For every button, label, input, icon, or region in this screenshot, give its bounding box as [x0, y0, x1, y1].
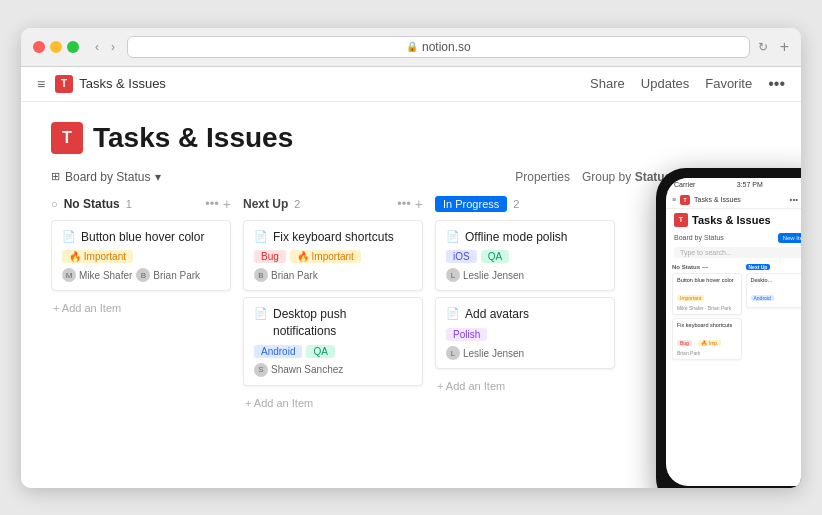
- phone-card-title: Deskto...: [751, 277, 802, 284]
- assignee-brian: B Brian Park: [136, 268, 200, 282]
- minimize-button[interactable]: [50, 41, 62, 53]
- board-icon: ⊞: [51, 170, 60, 183]
- card-desktop-push[interactable]: 📄 Desktop push notifications Android QA …: [243, 297, 423, 386]
- card-title: Offline mode polish: [465, 229, 568, 246]
- card-offline-mode[interactable]: 📄 Offline mode polish iOS QA L Leslie Je…: [435, 220, 615, 292]
- browser-window: ‹ › 🔒 notion.so ↻ + ≡ T Tasks & Issues S…: [21, 28, 801, 488]
- phone-col-header-no-status: No Status —: [672, 264, 742, 270]
- phone-card-1: Button blue hover color Important Mike S…: [672, 273, 742, 315]
- traffic-lights: [33, 41, 79, 53]
- app-name: Tasks & Issues: [79, 76, 590, 91]
- phone-page-icon: T: [674, 213, 688, 227]
- tag-qa: QA: [306, 345, 334, 358]
- assignee-shawn: S Shawn Sanchez: [254, 363, 343, 377]
- phone-screen: Carrier 3:57 PM 🔋 ≡ T Tasks & Issues •••…: [666, 178, 801, 486]
- card-add-avatars[interactable]: 📄 Add avatars Polish L Leslie Jensen: [435, 297, 615, 369]
- tag-important: 🔥 Important: [290, 250, 361, 263]
- avatar: S: [254, 363, 268, 377]
- phone-toolbar-actions: ••• ↑ ✎: [790, 195, 801, 204]
- assignee-mike: M Mike Shafer: [62, 268, 132, 282]
- column-count: 2: [513, 198, 519, 210]
- tag-bug: Bug: [254, 250, 286, 263]
- favorite-button[interactable]: Favorite: [705, 76, 752, 91]
- nav-buttons: ‹ ›: [91, 38, 119, 56]
- phone-new-item-button[interactable]: New Item: [778, 233, 801, 243]
- assignee-leslie: L Leslie Jensen: [446, 268, 524, 282]
- card-title: Desktop push notifications: [273, 306, 412, 340]
- column-count: 2: [294, 198, 300, 210]
- phone-assignees: Mike Shafer · Brian Park: [677, 305, 737, 311]
- column-actions: ••• +: [205, 196, 231, 212]
- card-title: Add avatars: [465, 306, 529, 323]
- app-toolbar: ≡ T Tasks & Issues Share Updates Favorit…: [21, 67, 801, 102]
- card-doc-icon: 📄: [254, 230, 268, 243]
- back-button[interactable]: ‹: [91, 38, 103, 56]
- column-in-progress: In Progress 2 📄 Offline mode polish iOS …: [435, 196, 615, 414]
- tag-ios: iOS: [446, 250, 477, 263]
- forward-button[interactable]: ›: [107, 38, 119, 56]
- add-item-no-status[interactable]: + Add an Item: [51, 297, 231, 319]
- phone-page-header: T Tasks & Issues: [666, 209, 801, 231]
- properties-button[interactable]: Properties: [515, 170, 570, 184]
- updates-button[interactable]: Updates: [641, 76, 689, 91]
- column-title: No Status: [64, 197, 120, 211]
- phone-app-title: Tasks & Issues: [694, 196, 786, 203]
- avatar: M: [62, 268, 76, 282]
- column-icon: ○: [51, 198, 58, 210]
- phone-logo: T: [680, 195, 690, 205]
- new-tab-button[interactable]: +: [780, 38, 789, 56]
- phone-carrier: Carrier: [674, 181, 695, 188]
- share-button[interactable]: Share: [590, 76, 625, 91]
- tag-android: Android: [254, 345, 302, 358]
- assignee-brian: B Brian Park: [254, 268, 318, 282]
- column-actions: ••• +: [397, 196, 423, 212]
- column-add-button[interactable]: +: [223, 196, 231, 212]
- avatar: L: [446, 346, 460, 360]
- add-item-in-progress[interactable]: + Add an Item: [435, 375, 615, 397]
- group-by-label: Group by Status: [582, 170, 671, 184]
- page-icon-letter: T: [62, 129, 72, 147]
- phone-col-header-next-up: Next Up: [746, 264, 802, 270]
- phone-toolbar: ≡ T Tasks & Issues ••• ↑ ✎: [666, 192, 801, 209]
- maximize-button[interactable]: [67, 41, 79, 53]
- add-item-next-up[interactable]: + Add an Item: [243, 392, 423, 414]
- phone-card-2: Fix keyboard shortcuts Bug 🔥 Imp. Brian …: [672, 318, 742, 360]
- phone-card-title: Button blue hover color: [677, 277, 737, 284]
- card-fix-keyboard[interactable]: 📄 Fix keyboard shortcuts Bug 🔥 Important…: [243, 220, 423, 292]
- phone-page-title: Tasks & Issues: [692, 214, 771, 226]
- column-more-button[interactable]: •••: [205, 196, 219, 211]
- column-more-button[interactable]: •••: [397, 196, 411, 211]
- more-button[interactable]: •••: [768, 75, 785, 93]
- phone-next-up-badge: Next Up: [746, 264, 771, 270]
- phone-card-3: Deskto... Android: [746, 273, 802, 308]
- menu-icon[interactable]: ≡: [37, 76, 45, 92]
- tag-polish: Polish: [446, 328, 487, 341]
- app-logo-letter: T: [61, 78, 67, 89]
- column-header-in-progress: In Progress 2: [435, 196, 615, 212]
- page-icon: T: [51, 122, 83, 154]
- column-add-button[interactable]: +: [415, 196, 423, 212]
- phone-search-bar[interactable]: Type to search...: [674, 247, 801, 258]
- app-logo: T: [55, 75, 73, 93]
- card-doc-icon: 📄: [62, 230, 76, 243]
- phone-assignees: Brian Park: [677, 350, 737, 356]
- in-progress-badge: In Progress: [435, 196, 507, 212]
- phone-mockup: Carrier 3:57 PM 🔋 ≡ T Tasks & Issues •••…: [656, 168, 801, 488]
- reload-button[interactable]: ↻: [758, 40, 768, 54]
- view-selector[interactable]: ⊞ Board by Status ▾: [51, 170, 161, 184]
- card-button-hover[interactable]: 📄 Button blue hover color 🔥 Important M …: [51, 220, 231, 292]
- lock-icon: 🔒: [406, 41, 418, 52]
- url-text: notion.so: [422, 40, 471, 54]
- view-label: Board by Status: [65, 170, 150, 184]
- column-no-status: ○ No Status 1 ••• + 📄 Button blue hover …: [51, 196, 231, 414]
- phone-col-no-status: No Status — Button blue hover color Impo…: [672, 264, 742, 482]
- address-bar[interactable]: 🔒 notion.so: [127, 36, 750, 58]
- column-count: 1: [126, 198, 132, 210]
- phone-more-button: •••: [790, 195, 798, 204]
- phone-board-title: Board by Status: [674, 234, 724, 241]
- phone-tag-important: 🔥 Imp.: [698, 340, 721, 346]
- close-button[interactable]: [33, 41, 45, 53]
- tag-important: 🔥 Important: [62, 250, 133, 263]
- phone-card-title: Fix keyboard shortcuts: [677, 322, 737, 329]
- phone-columns: No Status — Button blue hover color Impo…: [666, 260, 801, 486]
